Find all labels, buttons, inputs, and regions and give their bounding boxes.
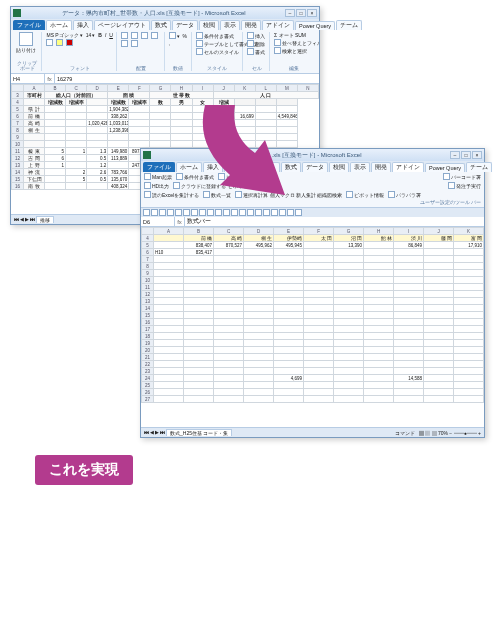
cell[interactable] bbox=[304, 319, 334, 326]
cell[interactable] bbox=[214, 389, 244, 396]
name-box[interactable]: D6 bbox=[141, 217, 175, 226]
row-header[interactable]: 8 bbox=[142, 263, 154, 270]
hd-output-button[interactable]: HD出力 bbox=[144, 182, 169, 189]
cell[interactable] bbox=[454, 312, 484, 319]
row-header[interactable]: 18 bbox=[142, 333, 154, 340]
titlebar[interactable]: 検算データ.xls [互換モード] - Microsoft Excel – □ … bbox=[141, 149, 484, 161]
cell[interactable] bbox=[274, 284, 304, 291]
col-header[interactable]: K bbox=[234, 85, 255, 92]
cell[interactable] bbox=[304, 326, 334, 333]
cell[interactable] bbox=[255, 127, 276, 134]
cell[interactable] bbox=[244, 361, 274, 368]
cell[interactable] bbox=[334, 326, 364, 333]
italic-button[interactable]: I bbox=[104, 32, 107, 38]
cell[interactable] bbox=[304, 389, 334, 396]
col-header[interactable]: A bbox=[24, 85, 45, 92]
cell[interactable] bbox=[154, 256, 184, 263]
cell[interactable] bbox=[334, 256, 364, 263]
qat-button-15[interactable] bbox=[263, 209, 270, 216]
cell[interactable] bbox=[45, 134, 66, 141]
cell[interactable] bbox=[394, 340, 424, 347]
cell[interactable] bbox=[171, 113, 192, 120]
cell[interactable] bbox=[184, 312, 214, 319]
barcode-sign-button[interactable]: バーコード署 bbox=[443, 173, 481, 180]
cell[interactable] bbox=[150, 113, 171, 120]
cell[interactable] bbox=[244, 249, 274, 256]
minimize-button[interactable]: – bbox=[285, 9, 295, 17]
font-name-select[interactable]: MS Pゴシック ▾ bbox=[45, 32, 83, 38]
cell[interactable]: H10 bbox=[154, 249, 184, 256]
ribbon-tab-ファイル[interactable]: ファイル bbox=[13, 20, 45, 30]
cell[interactable] bbox=[424, 368, 454, 375]
cell[interactable] bbox=[150, 134, 171, 141]
minimize-button[interactable]: – bbox=[450, 151, 460, 159]
qat-button-13[interactable] bbox=[247, 209, 254, 216]
cell[interactable] bbox=[364, 333, 394, 340]
cell[interactable] bbox=[244, 333, 274, 340]
row-header[interactable]: 3 bbox=[12, 92, 24, 99]
cell[interactable] bbox=[244, 298, 274, 305]
col-header[interactable]: A bbox=[154, 228, 184, 235]
number-format-select[interactable]: ▾ bbox=[168, 32, 181, 39]
cell[interactable]: 6 bbox=[45, 155, 66, 162]
col-header[interactable]: D bbox=[244, 228, 274, 235]
col-header[interactable]: B bbox=[45, 85, 66, 92]
cell[interactable] bbox=[304, 340, 334, 347]
row-header[interactable]: 15 bbox=[12, 176, 24, 183]
cell[interactable] bbox=[45, 120, 66, 127]
cell[interactable] bbox=[334, 361, 364, 368]
cell[interactable] bbox=[394, 333, 424, 340]
cell[interactable] bbox=[424, 326, 454, 333]
cell[interactable] bbox=[394, 249, 424, 256]
cell[interactable] bbox=[154, 396, 184, 403]
cell[interactable] bbox=[244, 368, 274, 375]
cell[interactable] bbox=[214, 312, 244, 319]
sheet-nav-prev[interactable]: ◀ bbox=[150, 429, 154, 436]
cell[interactable] bbox=[192, 134, 213, 141]
cell[interactable] bbox=[334, 263, 364, 270]
cell[interactable] bbox=[184, 270, 214, 277]
cell[interactable] bbox=[214, 382, 244, 389]
cell[interactable] bbox=[334, 277, 364, 284]
aggregate-excel-button[interactable]: 読のExcelを集計する bbox=[144, 191, 199, 198]
sheet-nav-last[interactable]: ⏭ bbox=[160, 429, 165, 436]
cell[interactable] bbox=[214, 256, 244, 263]
cell[interactable] bbox=[150, 141, 171, 148]
cell[interactable] bbox=[364, 382, 394, 389]
col-header[interactable]: C bbox=[66, 85, 87, 92]
cell[interactable]: 17,910 bbox=[454, 242, 484, 249]
align-middle-button[interactable] bbox=[130, 32, 139, 39]
row-header[interactable]: 7 bbox=[12, 120, 24, 127]
close-button[interactable]: × bbox=[472, 151, 482, 159]
pivot-info-button[interactable]: ピボット情報 bbox=[218, 173, 256, 180]
qat-button-12[interactable] bbox=[239, 209, 246, 216]
col-header[interactable]: L bbox=[255, 85, 276, 92]
qat-button-1[interactable] bbox=[151, 209, 158, 216]
cell[interactable] bbox=[454, 361, 484, 368]
man-kihyo-button[interactable]: Man起票 bbox=[144, 173, 172, 180]
cell[interactable] bbox=[364, 389, 394, 396]
recalc-misc-button[interactable]: 選択再計算 個人マクロ 新人集計 組織図検索 bbox=[235, 191, 342, 198]
cell[interactable] bbox=[45, 127, 66, 134]
cell[interactable] bbox=[154, 340, 184, 347]
cell[interactable] bbox=[214, 361, 244, 368]
cell[interactable] bbox=[129, 127, 150, 134]
cell[interactable] bbox=[154, 361, 184, 368]
cell[interactable] bbox=[184, 354, 214, 361]
cell[interactable] bbox=[274, 340, 304, 347]
border-button[interactable] bbox=[45, 39, 54, 46]
cell[interactable]: 高 崎 bbox=[214, 235, 244, 242]
cell[interactable] bbox=[87, 141, 108, 148]
col-header[interactable]: D bbox=[87, 85, 108, 92]
cell[interactable] bbox=[244, 270, 274, 277]
cell[interactable] bbox=[364, 347, 394, 354]
cell[interactable] bbox=[214, 368, 244, 375]
cell[interactable] bbox=[454, 340, 484, 347]
cell[interactable] bbox=[214, 305, 244, 312]
col-header[interactable]: B bbox=[184, 228, 214, 235]
row-header[interactable]: 13 bbox=[12, 162, 24, 169]
cell[interactable] bbox=[304, 361, 334, 368]
cell[interactable]: 776,098 bbox=[213, 106, 234, 113]
cell[interactable] bbox=[424, 291, 454, 298]
cell[interactable] bbox=[154, 284, 184, 291]
